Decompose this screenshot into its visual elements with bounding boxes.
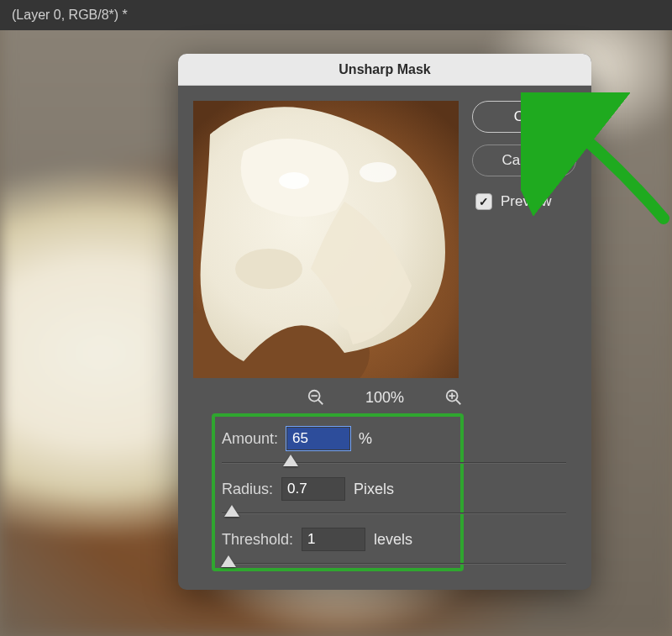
amount-slider-thumb[interactable]: [283, 455, 298, 466]
dialog-title: Unsharp Mask: [339, 62, 430, 77]
document-tab-bar: (Layer 0, RGB/8*) *: [0, 0, 672, 30]
svg-point-4: [235, 249, 302, 289]
ok-button[interactable]: OK: [472, 101, 576, 133]
radius-slider-thumb[interactable]: [224, 505, 239, 517]
amount-label: Amount:: [222, 430, 278, 448]
radius-unit: Pixels: [354, 481, 394, 498]
svg-point-2: [279, 172, 309, 189]
dialog-titlebar[interactable]: Unsharp Mask: [178, 54, 591, 86]
zoom-in-icon: [444, 388, 463, 407]
cancel-button[interactable]: Cancel: [472, 145, 576, 176]
svg-point-3: [360, 162, 396, 182]
radius-label: Radius:: [222, 481, 273, 498]
threshold-input[interactable]: [302, 528, 365, 551]
zoom-out-button[interactable]: [307, 388, 325, 407]
preview-checkbox[interactable]: ✓: [475, 193, 492, 210]
radius-input[interactable]: [281, 477, 345, 501]
zoom-percent[interactable]: 100%: [365, 389, 404, 407]
zoom-out-icon: [307, 388, 325, 407]
threshold-slider[interactable]: [222, 563, 566, 565]
unsharp-mask-dialog: Unsharp Mask: [178, 54, 591, 590]
threshold-label: Threshold:: [222, 531, 293, 549]
cancel-button-label: Cancel: [502, 152, 547, 169]
ok-button-label: OK: [514, 108, 535, 125]
app-viewport: (Layer 0, RGB/8*) * Unsharp Mask: [0, 0, 672, 636]
zoom-in-button[interactable]: [444, 388, 463, 407]
document-title: (Layer 0, RGB/8*) *: [12, 8, 128, 23]
svg-point-5: [338, 306, 385, 333]
amount-unit: %: [359, 430, 372, 448]
svg-line-7: [318, 400, 323, 405]
svg-line-10: [456, 400, 461, 405]
amount-input[interactable]: [286, 427, 350, 450]
threshold-slider-thumb[interactable]: [221, 555, 236, 567]
preview-checkbox-label: Preview: [501, 193, 551, 210]
amount-slider[interactable]: [222, 462, 566, 464]
filter-preview[interactable]: [193, 101, 459, 378]
radius-slider[interactable]: [222, 512, 566, 514]
threshold-unit: levels: [374, 531, 412, 549]
